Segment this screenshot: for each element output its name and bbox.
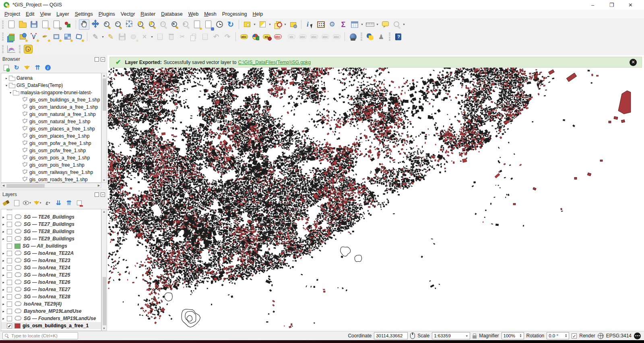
profile-tool-icon[interactable] bbox=[23, 44, 33, 54]
layer-item[interactable]: ▸SG — IsoArea_TE27 bbox=[1, 286, 101, 293]
browser-close-icon[interactable]: × bbox=[101, 57, 105, 62]
layer-checkbox[interactable] bbox=[7, 287, 12, 292]
menu-view[interactable]: View bbox=[37, 10, 54, 18]
map-canvas[interactable] bbox=[108, 55, 644, 331]
new-print-layout-icon[interactable]: ★ bbox=[40, 19, 50, 30]
modify-attributes-icon[interactable] bbox=[155, 31, 165, 42]
dataplotly-icon[interactable] bbox=[6, 44, 17, 54]
layer-item[interactable]: ▸SG — TE28_Buildings bbox=[1, 228, 101, 235]
cut-features-icon[interactable]: ✂ bbox=[177, 31, 188, 42]
browser-item[interactable]: gis_osm_pois_free_1.shp bbox=[1, 161, 101, 169]
move-label-icon[interactable]: ab bbox=[286, 31, 297, 42]
metasearch-icon[interactable] bbox=[348, 31, 358, 42]
osm-search-icon[interactable]: ♟ bbox=[376, 31, 386, 42]
add-mesh-layer-icon[interactable]: ★ bbox=[51, 31, 62, 42]
processing-toolbox-icon[interactable]: ⚙ bbox=[327, 19, 337, 30]
messages-icon[interactable] bbox=[634, 333, 641, 339]
browser-item[interactable]: gis_osm_pois_a_free_1.shp bbox=[1, 154, 101, 161]
layer-checkbox[interactable]: ✓ bbox=[7, 323, 12, 329]
layout-manager-icon[interactable]: ⚙ bbox=[51, 19, 62, 30]
browser-item[interactable]: gis_osm_railways_free_1.shp bbox=[1, 169, 101, 176]
zoom-to-layer-icon[interactable] bbox=[147, 19, 157, 30]
browser-item[interactable]: gis_osm_roads_free_1.shp bbox=[1, 176, 101, 183]
collapse-all-icon[interactable]: ⇈ bbox=[64, 199, 73, 207]
pan-to-selection-icon[interactable] bbox=[90, 19, 101, 30]
layer-item[interactable]: ▸Bayshore_MP19LandUse bbox=[1, 308, 101, 315]
save-edits-icon[interactable] bbox=[117, 31, 127, 42]
rotation-spin[interactable]: 0.0 °▲▼ bbox=[547, 332, 569, 339]
vertex-tool-icon[interactable]: ✕ bbox=[139, 31, 150, 42]
attribute-table-icon[interactable] bbox=[349, 19, 360, 30]
add-delimited-text-icon[interactable]: ✒★ bbox=[40, 31, 50, 42]
menu-settings[interactable]: Settings bbox=[72, 10, 96, 18]
collapse-all-icon[interactable]: ⇈ bbox=[33, 64, 42, 72]
layer-checkbox[interactable] bbox=[7, 215, 12, 220]
layer-checkbox[interactable] bbox=[7, 236, 12, 242]
statistical-summary-icon[interactable]: Σ bbox=[338, 19, 349, 30]
change-label-icon[interactable]: abc bbox=[331, 31, 342, 42]
redo-icon[interactable]: ↷ bbox=[222, 31, 233, 42]
browser-item[interactable]: gis_osm_natural_free_1.shp bbox=[1, 118, 101, 125]
zoom-last-icon[interactable]: ◂ bbox=[169, 19, 180, 30]
select-by-value-icon-dropdown[interactable]: ▾ bbox=[283, 23, 287, 26]
current-edits-icon[interactable]: ✎ bbox=[90, 31, 101, 42]
browser-vscrollbar[interactable]: ▲▼ bbox=[101, 73, 107, 183]
crs-globe-icon[interactable] bbox=[598, 333, 604, 339]
delete-selected-icon[interactable] bbox=[166, 31, 176, 42]
layer-checkbox[interactable] bbox=[7, 294, 12, 300]
scale-combo[interactable]: 1:63359▼ bbox=[432, 332, 470, 339]
paste-features-icon[interactable] bbox=[200, 31, 210, 42]
browser-float-icon[interactable] bbox=[95, 57, 99, 62]
new-3d-map-view-icon[interactable] bbox=[203, 19, 213, 30]
menu-help[interactable]: Help bbox=[250, 10, 266, 18]
highlight-labels-icon[interactable]: abc bbox=[272, 31, 283, 42]
python-console-icon[interactable] bbox=[365, 31, 375, 42]
zoom-to-selection-icon[interactable] bbox=[135, 19, 146, 30]
browser-item[interactable]: ▾GIS_DataFiles(Temp) bbox=[1, 82, 101, 89]
add-raster-layer-icon[interactable]: V★ bbox=[29, 31, 39, 42]
render-checkbox[interactable]: ✓ bbox=[572, 333, 577, 339]
new-raster-icon[interactable]: ★ bbox=[62, 31, 73, 42]
copy-features-icon[interactable] bbox=[188, 31, 199, 42]
layer-checkbox[interactable] bbox=[7, 244, 12, 249]
layer-item[interactable]: ▸SG — TE26_Buildings bbox=[1, 213, 101, 221]
browser-item[interactable]: gis_osm_places_a_free_1.shp bbox=[1, 125, 101, 132]
layer-item[interactable]: ▸SG — IsoArea_TE23 bbox=[1, 257, 101, 264]
layers-close-icon[interactable]: × bbox=[101, 192, 105, 197]
layer-item[interactable]: ▸SG — IsoArea_TE28 bbox=[1, 293, 101, 300]
expression-filter-icon[interactable]: ε▾ bbox=[43, 199, 52, 207]
layer-checkbox[interactable] bbox=[7, 251, 12, 256]
undo-icon[interactable]: ↶ bbox=[211, 31, 221, 42]
map-tips-icon[interactable] bbox=[380, 19, 390, 30]
browser-item[interactable]: gis_osm_places_free_1.shp bbox=[1, 132, 101, 140]
refresh-map-icon[interactable]: ↻ bbox=[225, 19, 236, 30]
data-source-manager-icon[interactable] bbox=[6, 31, 17, 42]
menu-raster[interactable]: Raster bbox=[138, 10, 158, 18]
layer-item[interactable]: ▸SG — TE27_Buildings bbox=[1, 221, 101, 228]
browser-item[interactable]: gis_osm_natural_a_free_1.shp bbox=[1, 111, 101, 118]
geocoder-icon[interactable] bbox=[391, 19, 402, 30]
refresh-icon[interactable]: ↻ bbox=[12, 64, 21, 72]
layer-checkbox[interactable] bbox=[7, 316, 12, 321]
add-vector-layer-icon[interactable]: ★ bbox=[17, 31, 28, 42]
pan-map-icon[interactable] bbox=[79, 19, 89, 30]
crs-label[interactable]: EPSG:3414 bbox=[606, 333, 632, 339]
coordinate-input[interactable]: 30114,33662 bbox=[374, 332, 408, 339]
menu-mesh[interactable]: Mesh bbox=[201, 10, 219, 18]
layer-labeling-icon[interactable]: abc bbox=[239, 31, 249, 42]
vertex-tool-icon-dropdown[interactable]: ▾ bbox=[150, 35, 154, 39]
temporal-controller-icon[interactable] bbox=[214, 19, 225, 30]
layer-item[interactable]: SG — All_buildings bbox=[1, 242, 101, 250]
zoom-native-icon[interactable]: 1:1 bbox=[158, 19, 168, 30]
layer-checkbox[interactable] bbox=[7, 309, 12, 314]
filter-icon[interactable] bbox=[23, 64, 31, 72]
geocoder-icon-dropdown[interactable]: ▾ bbox=[402, 23, 406, 26]
new-virtual-layer-icon[interactable]: ★ bbox=[74, 31, 84, 42]
filter-legend-icon[interactable]: ▾ bbox=[33, 199, 42, 207]
browser-item[interactable]: ▾malaysia-singapore-brunei-latest- bbox=[1, 89, 101, 96]
browser-item[interactable]: gis_osm_buildings_a_free_1.shp bbox=[1, 96, 101, 103]
layers-float-icon[interactable] bbox=[95, 192, 99, 197]
extents-icon[interactable] bbox=[410, 333, 415, 339]
layer-checkbox[interactable] bbox=[7, 280, 12, 285]
minimize-button[interactable]: – bbox=[583, 0, 602, 10]
